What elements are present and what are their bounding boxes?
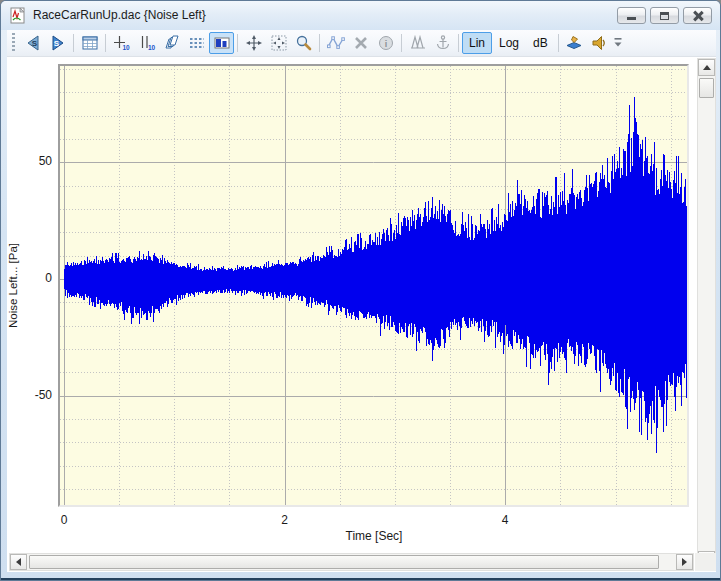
harmonic-cursor-button[interactable] — [405, 32, 430, 54]
edit-curve-button[interactable] — [323, 32, 348, 54]
autoscale-dotted-button[interactable] — [266, 32, 291, 54]
x-tick-label: 4 — [490, 513, 520, 527]
y-tick-label: -50 — [17, 388, 52, 402]
toolbar-separator — [73, 34, 74, 52]
dashed-trace-icon — [187, 33, 207, 53]
svg-text:S: S — [53, 39, 59, 48]
waveform-document-icon — [10, 7, 27, 24]
svg-text:i: i — [384, 39, 387, 49]
svg-text:S: S — [31, 39, 37, 48]
autoscale-button[interactable] — [241, 32, 266, 54]
delete-button[interactable] — [348, 32, 373, 54]
autoscale-dotted-icon — [269, 33, 289, 53]
scroll-up-button[interactable] — [698, 59, 715, 76]
scale-lin-button[interactable]: Lin — [462, 32, 492, 54]
vertical-scroll-thumb[interactable] — [699, 78, 714, 98]
cursor-cross-10-icon: 10 — [112, 33, 132, 53]
arrow-left-icon — [16, 558, 21, 566]
speaker-icon — [589, 33, 609, 53]
speaker-button[interactable] — [587, 32, 612, 54]
restore-button[interactable] — [650, 7, 679, 24]
svg-text:10: 10 — [147, 44, 155, 51]
close-button[interactable] — [683, 7, 712, 24]
app-window: RaceCarRunUp.dac {Noise Left} S S — [0, 0, 721, 581]
toolbar-separator — [319, 34, 320, 52]
window-title: RaceCarRunUp.dac {Noise Left} — [33, 8, 206, 22]
scrollbar-corner — [695, 553, 716, 571]
data-grid-icon — [80, 33, 100, 53]
title-bar[interactable]: RaceCarRunUp.dac {Noise Left} — [1, 1, 721, 30]
dashed-trace-button[interactable] — [184, 32, 209, 54]
cursor-cross-10-button[interactable]: 10 — [109, 32, 134, 54]
y-tick-label: 0 — [17, 271, 52, 285]
toolbar-separator — [458, 34, 459, 52]
toolbar-separator — [401, 34, 402, 52]
delete-icon — [351, 33, 371, 53]
export-hand-icon — [564, 33, 584, 53]
vertical-scrollbar[interactable] — [697, 58, 716, 569]
close-icon — [693, 11, 703, 21]
anchor-cursor-button[interactable] — [430, 32, 455, 54]
solid-trace-button[interactable] — [209, 32, 234, 54]
scroll-right-button[interactable] — [676, 554, 693, 570]
toolbar-separator — [558, 34, 559, 52]
horizontal-scrollbar[interactable] — [9, 553, 694, 571]
next-dataset-button[interactable]: S — [45, 32, 70, 54]
scale-log-button[interactable]: Log — [492, 32, 526, 54]
plot-frame — [58, 64, 689, 507]
toolbar: S S 10 10 — [7, 30, 716, 57]
x-tick-label: 0 — [49, 513, 79, 527]
data-grid-button[interactable] — [77, 32, 102, 54]
toolbar-separator — [105, 34, 106, 52]
autoscale-icon — [244, 33, 264, 53]
overlay-curves-button[interactable] — [159, 32, 184, 54]
x-tick-label: 2 — [270, 513, 300, 527]
horizontal-scroll-thumb[interactable] — [29, 555, 659, 569]
y-tick-label: 50 — [17, 154, 52, 168]
overlay-curves-icon — [162, 33, 182, 53]
zoom-magnifier-icon — [294, 33, 314, 53]
prev-dataset-icon: S — [23, 33, 43, 53]
y-axis-title: Noise Left... [Pa] — [7, 186, 22, 386]
zoom-magnifier-button[interactable] — [291, 32, 316, 54]
toolbar-overflow-button[interactable] — [613, 37, 623, 49]
harmonic-cursor-icon — [408, 33, 428, 53]
export-hand-button[interactable] — [562, 32, 587, 54]
scroll-left-button[interactable] — [10, 554, 27, 570]
anchor-cursor-icon — [433, 33, 453, 53]
arrow-right-icon — [682, 558, 687, 566]
edit-curve-icon — [326, 33, 346, 53]
minimize-icon — [627, 17, 636, 20]
arrow-up-icon — [703, 65, 711, 70]
next-dataset-icon: S — [48, 33, 68, 53]
minimize-button[interactable] — [617, 7, 646, 24]
x-axis-title: Time [Sec] — [294, 529, 454, 543]
solid-trace-icon — [212, 33, 232, 53]
cursor-dual-10-icon: 10 — [137, 33, 157, 53]
restore-icon — [660, 12, 669, 20]
svg-text:10: 10 — [122, 44, 130, 51]
cursor-dual-10-button[interactable]: 10 — [134, 32, 159, 54]
info-button[interactable]: i — [373, 32, 398, 54]
info-icon: i — [376, 33, 396, 53]
toolbar-grip[interactable] — [12, 33, 15, 53]
toolbar-separator — [237, 34, 238, 52]
prev-dataset-button[interactable]: S — [20, 32, 45, 54]
waveform-plot[interactable] — [60, 66, 687, 505]
scale-db-button[interactable]: dB — [526, 32, 555, 54]
